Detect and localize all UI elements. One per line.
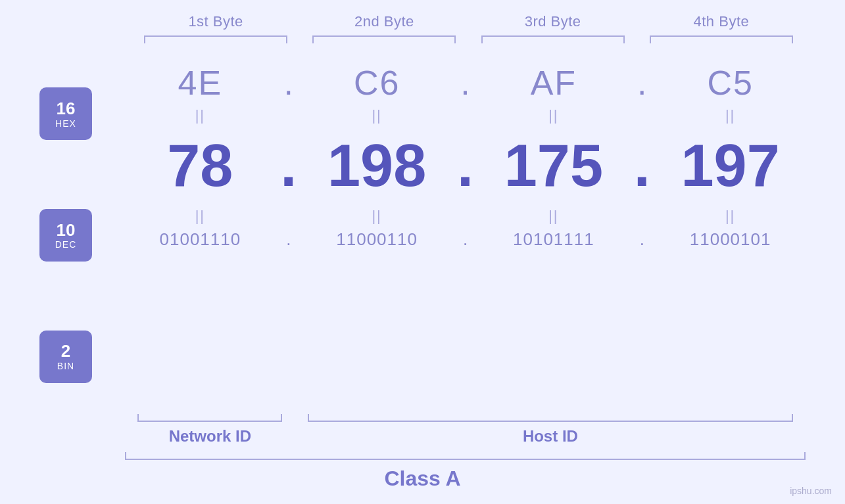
bin-badge-number: 2 [61, 342, 70, 361]
badges-column: 16 HEX 10 DEC 2 BIN [39, 57, 125, 414]
bin-value-1: 01001110 [125, 229, 276, 250]
dec-dot-1: . [276, 132, 302, 200]
hex-badge-label: HEX [55, 118, 76, 129]
equals-row-2: || || || || [125, 206, 806, 226]
hex-row: 4E . C6 . AF . C5 [125, 57, 806, 106]
dec-value-2: 198 [302, 132, 452, 200]
class-label: Class A [384, 467, 460, 490]
top-brackets-row [39, 35, 806, 43]
bin-value-4: 11000101 [655, 229, 806, 250]
network-id-label: Network ID [125, 427, 295, 446]
bin-dot-3: . [629, 229, 655, 250]
bottom-brackets-container [39, 414, 806, 422]
bin-dot-1: . [276, 229, 302, 250]
byte-headers-row: 1st Byte 2nd Byte 3rd Byte 4th Byte [39, 13, 806, 35]
byte-header-3: 3rd Byte [469, 13, 637, 35]
equals-1: || [125, 107, 276, 124]
equals-5: || [125, 208, 276, 225]
equals-6: || [302, 208, 452, 225]
equals-8: || [655, 208, 806, 225]
hex-badge-number: 16 [57, 99, 76, 118]
network-bracket [137, 414, 282, 422]
host-bracket [308, 414, 792, 422]
byte-header-4: 4th Byte [637, 13, 806, 35]
equals-row-1: || || || || [125, 106, 806, 126]
hex-dot-3: . [629, 63, 655, 103]
bin-value-3: 10101111 [479, 229, 629, 250]
dec-dot-3: . [629, 132, 655, 200]
class-bracket-container [39, 452, 806, 460]
main-container: 1st Byte 2nd Byte 3rd Byte 4th Byte 16 [0, 0, 845, 504]
hex-dot-1: . [276, 63, 302, 103]
dec-dot-2: . [452, 132, 479, 200]
dec-row: 78 . 198 . 175 . 197 [125, 126, 806, 206]
equals-7: || [479, 208, 629, 225]
dec-value-3: 175 [479, 132, 629, 200]
top-bracket-4 [637, 35, 806, 43]
dec-badge-label: DEC [55, 239, 77, 250]
host-bracket-wrap [295, 414, 806, 422]
bin-row: 01001110 . 11000110 . 10101111 . 1100010… [125, 226, 806, 256]
bin-value-2: 11000110 [302, 229, 452, 250]
hex-value-1: 4E [125, 63, 276, 103]
top-bracket-2 [300, 35, 468, 43]
class-bracket [125, 452, 806, 460]
content-area: 16 HEX 10 DEC 2 BIN 4E . C6 . AF . C5 [39, 57, 806, 414]
hex-value-4: C5 [655, 63, 806, 103]
host-id-label: Host ID [295, 427, 806, 446]
equals-4: || [655, 107, 806, 124]
equals-2: || [302, 107, 452, 124]
dec-value-1: 78 [125, 132, 276, 200]
bin-badge: 2 BIN [39, 331, 92, 383]
top-bracket-1 [132, 35, 300, 43]
network-bracket-wrap [125, 414, 295, 422]
values-column: 4E . C6 . AF . C5 || || || || 78 [125, 57, 806, 414]
hex-dot-2: . [452, 63, 479, 103]
id-labels-row: Network ID Host ID [39, 427, 806, 446]
bin-dot-2: . [452, 229, 479, 250]
equals-3: || [479, 107, 629, 124]
bin-badge-label: BIN [57, 361, 74, 371]
dec-badge-number: 10 [57, 221, 76, 240]
hex-value-2: C6 [302, 63, 452, 103]
watermark: ipshu.com [790, 486, 832, 496]
byte-header-1: 1st Byte [132, 13, 300, 35]
hex-value-3: AF [479, 63, 629, 103]
hex-badge: 16 HEX [39, 87, 92, 140]
byte-header-2: 2nd Byte [300, 13, 468, 35]
dec-badge: 10 DEC [39, 209, 92, 262]
top-bracket-3 [469, 35, 637, 43]
class-label-container: Class A [39, 467, 806, 491]
dec-value-4: 197 [655, 132, 806, 200]
